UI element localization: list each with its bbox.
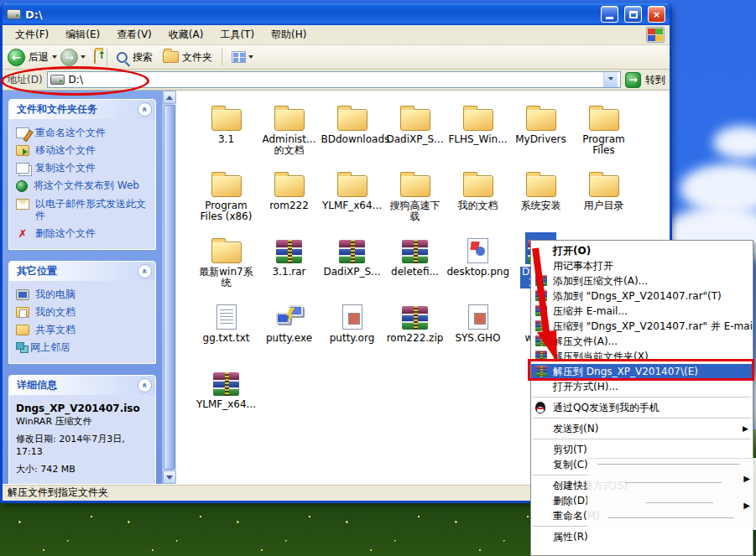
file-item[interactable]: Program Files (x86) — [195, 166, 258, 232]
scroll-up-button[interactable] — [163, 91, 176, 104]
menu-extract-to-folder[interactable]: 解压到 Dngs_XP_V201407\(E) — [531, 364, 753, 379]
menu-edit[interactable]: 编辑(E) — [58, 25, 107, 44]
cloud — [713, 126, 756, 159]
forward-dropdown-icon[interactable] — [81, 55, 86, 61]
menu-cut[interactable]: 剪切(T) — [531, 442, 753, 457]
drive-icon — [50, 75, 65, 85]
task-move[interactable]: 移动这个文件 — [16, 144, 152, 156]
section-details: 详细信息 « Dngs_XP_V201407.iso WinRAR 压缩文件 修… — [8, 375, 156, 484]
toolbar-separator — [107, 49, 107, 65]
file-item[interactable]: Program Files — [572, 100, 635, 166]
menu-open-with[interactable]: 打开方式(H)... — [531, 379, 753, 394]
file-item[interactable]: 搜狗高速下 载 — [383, 166, 446, 232]
address-dropdown-button[interactable] — [603, 72, 618, 87]
place-my-computer[interactable]: 我的电脑 — [16, 288, 152, 300]
move-icon — [16, 145, 29, 156]
place-my-documents[interactable]: 我的文档 — [16, 306, 152, 318]
file-item[interactable]: 我的文档 — [446, 166, 509, 232]
file-item[interactable]: putty.exe — [258, 299, 321, 365]
folder-icon — [463, 109, 493, 131]
winrar-icon — [535, 305, 547, 316]
go-button[interactable]: → — [625, 72, 641, 88]
folder-icon — [211, 175, 242, 197]
file-item[interactable]: 3.1 — [195, 100, 258, 166]
task-copy[interactable]: 复制这个文件 — [16, 162, 152, 174]
file-item[interactable]: MyDrivers — [509, 100, 572, 166]
menu-properties[interactable]: 属性(R) — [531, 529, 753, 544]
file-item[interactable]: 3.1.rar — [258, 232, 321, 299]
winrar-icon — [535, 275, 547, 286]
back-button[interactable]: ← 后退 — [8, 49, 57, 66]
task-rename[interactable]: 重命名这个文件 — [16, 127, 152, 138]
menu-open-notepad[interactable]: 用记事本打开 — [531, 258, 753, 273]
program-icon — [275, 304, 304, 330]
menu-view[interactable]: 查看(V) — [109, 25, 159, 44]
menu-extract-files[interactable]: 解压文件(A)... — [531, 334, 753, 349]
scrollbar-thumb[interactable] — [164, 105, 175, 470]
up-button[interactable]: ↑ — [94, 51, 96, 63]
file-item[interactable]: 系统安装 — [509, 166, 572, 232]
details-modified: 修改日期: 2014年7月3日, 17:13 — [16, 433, 152, 458]
menu-send-to[interactable]: 发送到(N)▶ — [531, 421, 753, 436]
file-item[interactable]: YLMF_x64... — [195, 365, 258, 431]
folders-button[interactable]: 文件夹 — [159, 50, 216, 65]
menu-help[interactable]: 帮助(H) — [263, 25, 314, 44]
file-item[interactable]: rom222.zip — [383, 299, 446, 365]
views-dropdown-icon — [248, 55, 253, 61]
section-other-places: 其它位置 « 我的电脑 我的文档 共享文档 网上邻居 — [8, 261, 156, 364]
menu-favorites[interactable]: 收藏(A) — [161, 25, 211, 44]
menu-separator — [533, 418, 751, 418]
task-email[interactable]: 以电子邮件形式发送此文件 — [16, 198, 152, 221]
file-item[interactable]: Administ... 的文档 — [258, 100, 321, 166]
menu-compress-email[interactable]: 压缩并 E-mail... — [531, 304, 753, 319]
collapse-chevron-icon[interactable]: « — [138, 102, 152, 117]
file-item[interactable]: rom222 — [258, 166, 321, 232]
file-item[interactable]: 用户目录 — [572, 166, 635, 232]
file-item[interactable]: gg.txt.txt — [195, 299, 258, 365]
file-item[interactable]: DadiXP_S... — [383, 100, 446, 166]
folder-icon — [463, 175, 493, 197]
details-filename: Dngs_XP_V201407.iso — [16, 403, 152, 415]
menu-qq-send[interactable]: 通过QQ发送到我的手机 — [531, 400, 753, 415]
file-item[interactable]: putty.org — [321, 299, 383, 365]
file-item[interactable]: DadiXP_S... — [321, 232, 383, 299]
menu-extract-here[interactable]: 解压到当前文件夹(X) — [531, 349, 753, 364]
collapse-chevron-icon[interactable]: « — [138, 378, 152, 392]
address-value: D:\ — [69, 74, 83, 86]
file-item[interactable]: desktop.png — [446, 232, 509, 299]
task-publish-web[interactable]: 将这个文件发布到 Web — [16, 179, 152, 192]
views-button[interactable] — [228, 51, 257, 63]
close-button[interactable]: × — [648, 6, 665, 23]
place-shared-documents[interactable]: 共享文档 — [16, 324, 152, 335]
minimize-button[interactable] — [601, 6, 618, 23]
file-item[interactable]: YLMF_x64... — [321, 166, 383, 232]
go-label[interactable]: 转到 — [645, 73, 665, 87]
search-button[interactable]: 搜索 — [113, 50, 156, 65]
title-bar[interactable]: D:\ × — [3, 3, 670, 25]
task-panel: 文件和文件夹任务 « 重命名这个文件 移动这个文件 复制这个文件 将这个文件发布… — [3, 91, 162, 484]
menu-file[interactable]: 文件(F) — [8, 25, 56, 44]
task-delete[interactable]: ✗删除这个文件 — [16, 227, 152, 239]
folder-icon — [589, 175, 619, 197]
menu-tools[interactable]: 工具(T) — [212, 25, 262, 44]
menu-compress-named-email[interactable]: 压缩到 "Dngs_XP_V201407.rar" 并 E-mail — [531, 319, 753, 334]
scroll-down-button[interactable] — [163, 470, 176, 484]
winrar-icon — [535, 320, 547, 331]
file-item[interactable]: FLHS_Win... — [446, 100, 509, 166]
submenu-arrow-icon: ▶ — [743, 501, 750, 510]
file-item[interactable]: deletefi... — [383, 232, 446, 299]
file-item[interactable]: SYS.GHO — [446, 299, 509, 365]
panel-scrollbar[interactable] — [162, 91, 176, 484]
menu-add-to-archive[interactable]: 添加到压缩文件(A)... — [531, 273, 753, 288]
back-dropdown-icon[interactable] — [52, 55, 57, 61]
file-item[interactable]: BDdownloads — [321, 100, 383, 166]
collapse-chevron-icon[interactable]: « — [138, 264, 152, 278]
my-documents-icon — [16, 307, 29, 318]
maximize-button[interactable] — [624, 6, 642, 23]
menu-open[interactable]: 打开(O) — [531, 243, 753, 258]
place-network[interactable]: 网上邻居 — [16, 341, 152, 353]
forward-button[interactable]: → — [60, 49, 86, 66]
menu-add-to-named-archive[interactable]: 添加到 "Dngs_XP_V201407.rar"(T) — [531, 288, 753, 304]
address-input[interactable]: D:\ — [47, 71, 621, 88]
file-item[interactable]: 最新win7系 统 — [195, 232, 258, 299]
